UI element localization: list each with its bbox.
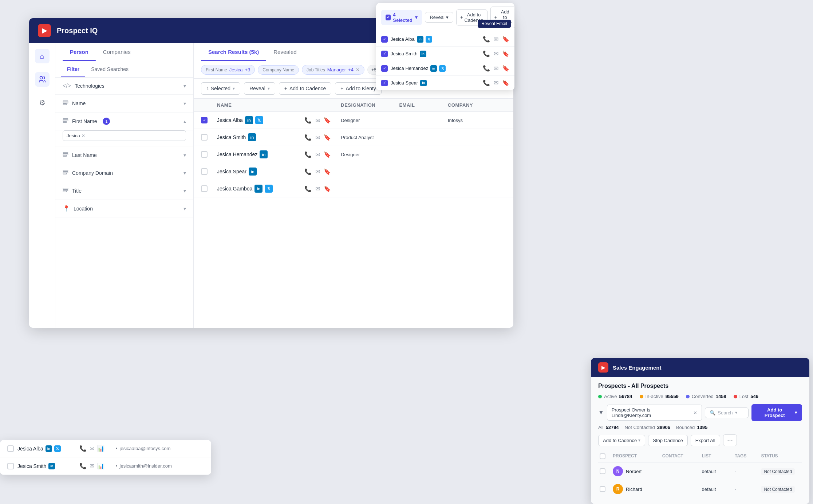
prospect-icon[interactable]: 📊 xyxy=(97,445,104,452)
fsp-row-name-2: Jesica Smith in xyxy=(391,51,480,57)
twitter-badge[interactable]: 𝕏 xyxy=(265,185,273,193)
linkedin-badge[interactable]: in xyxy=(420,80,427,86)
linkedin-badge[interactable]: in xyxy=(260,150,268,158)
phone-icon[interactable]: 📞 xyxy=(79,462,87,469)
save-icon[interactable]: 🔖 xyxy=(324,117,331,124)
phone-icon[interactable]: 📞 xyxy=(483,36,490,43)
row-checkbox-1[interactable] xyxy=(201,117,208,123)
row-checkbox-5[interactable] xyxy=(201,185,208,192)
linkedin-badge[interactable]: in xyxy=(249,168,257,176)
blp-checkbox-2[interactable] xyxy=(7,463,14,469)
email-icon[interactable]: ✉ xyxy=(494,50,498,57)
filter-location[interactable]: 📍 Location ▾ xyxy=(55,200,193,217)
email-icon[interactable]: ✉ xyxy=(494,65,498,72)
email-icon[interactable]: ✉ xyxy=(315,151,320,158)
fsp-checkbox-4[interactable] xyxy=(381,80,388,86)
sp-more-button[interactable]: ⋯ xyxy=(723,434,737,446)
email-icon[interactable]: ✉ xyxy=(315,117,320,124)
linkedin-badge[interactable]: in xyxy=(420,51,426,57)
sp-select-all-checkbox[interactable] xyxy=(600,453,605,459)
chip-first-name[interactable]: First Name Jesica +3 xyxy=(201,65,255,75)
twitter-badge[interactable]: 𝕏 xyxy=(439,65,446,72)
fsp-reveal-button[interactable]: Reveal ▾ xyxy=(425,12,453,23)
selected-dropdown[interactable]: 1 Selected ▾ xyxy=(201,82,240,95)
sp-add-cadence-button[interactable]: Add to Cadence ▾ xyxy=(598,435,645,446)
blp-checkbox-1[interactable] xyxy=(7,445,14,452)
filter-first-name[interactable]: First Name 1 ▴ xyxy=(55,113,193,130)
row-checkbox-4[interactable] xyxy=(201,168,208,175)
tab-companies[interactable]: Companies xyxy=(96,43,138,61)
filter-company-domain[interactable]: Company Domain ▾ xyxy=(55,164,193,182)
remove-tag-icon[interactable]: ✕ xyxy=(82,133,85,138)
add-to-cadence-button[interactable]: + Add to Cadence xyxy=(279,82,332,95)
sp-stop-cadence-button[interactable]: Stop Cadence xyxy=(648,435,687,446)
tab-revealed[interactable]: Revealed xyxy=(266,43,304,61)
filter-icon[interactable]: ▼ xyxy=(598,409,604,416)
phone-icon[interactable]: 📞 xyxy=(483,50,490,57)
linkedin-badge[interactable]: in xyxy=(245,116,253,124)
prospect-icon[interactable]: 📊 xyxy=(97,462,104,469)
sp-row-checkbox-1[interactable] xyxy=(600,468,605,474)
linkedin-badge[interactable]: in xyxy=(46,445,52,452)
filter-title[interactable]: Title ▾ xyxy=(55,182,193,200)
save-icon[interactable]: 🔖 xyxy=(502,50,509,57)
email-icon[interactable]: ✉ xyxy=(315,134,320,141)
save-icon[interactable]: 🔖 xyxy=(502,65,509,72)
phone-icon[interactable]: 📞 xyxy=(483,65,490,72)
phone-icon[interactable]: 📞 xyxy=(483,79,490,86)
sp-export-all-button[interactable]: Export All xyxy=(691,435,720,446)
save-icon[interactable]: 🔖 xyxy=(502,36,509,43)
filter-name[interactable]: Name ▾ xyxy=(55,95,193,113)
email-icon[interactable]: ✉ xyxy=(494,36,498,43)
sidebar-item-settings[interactable]: ⚙ xyxy=(35,95,50,110)
first-name-input[interactable]: Jesica ✕ xyxy=(63,130,186,141)
linkedin-badge[interactable]: in xyxy=(430,65,437,72)
save-icon[interactable]: 🔖 xyxy=(324,168,331,175)
linkedin-badge[interactable]: in xyxy=(48,463,55,469)
sp-search-input[interactable]: 🔍 Search ▾ xyxy=(705,407,749,418)
twitter-badge[interactable]: 𝕏 xyxy=(255,116,263,124)
twitter-badge[interactable]: 𝕏 xyxy=(426,36,432,43)
tab-search-results[interactable]: Search Results (5k) xyxy=(201,43,266,61)
email-icon[interactable]: ✉ xyxy=(494,79,498,86)
linkedin-badge[interactable]: in xyxy=(254,185,263,193)
fsp-checkbox-2[interactable] xyxy=(381,51,388,57)
sub-tab-filter[interactable]: Filter xyxy=(61,61,85,77)
add-to-klenty-button[interactable]: + Add to Klenty xyxy=(335,82,381,95)
add-to-prospect-button[interactable]: Add to Prospect ▾ xyxy=(751,404,802,421)
phone-icon[interactable]: 📞 xyxy=(304,151,312,158)
email-icon[interactable]: ✉ xyxy=(315,185,320,192)
phone-icon[interactable]: 📞 xyxy=(304,185,312,192)
linkedin-badge[interactable]: in xyxy=(248,133,256,141)
chip-company-name[interactable]: Company Name xyxy=(258,65,299,75)
filter-last-name[interactable]: Last Name ▾ xyxy=(55,146,193,164)
save-icon[interactable]: 🔖 xyxy=(502,79,509,86)
reveal-button[interactable]: Reveal ▾ xyxy=(244,82,275,95)
fsp-checkbox-3[interactable] xyxy=(381,65,388,72)
sp-row-checkbox-2[interactable] xyxy=(600,486,605,492)
phone-icon[interactable]: 📞 xyxy=(79,445,87,452)
chip-job-titles[interactable]: Job Titles Manager +4 ✕ xyxy=(302,65,364,75)
sidebar-item-users[interactable] xyxy=(35,72,50,87)
sidebar-item-home[interactable]: ⌂ xyxy=(35,49,50,63)
phone-icon[interactable]: 📞 xyxy=(304,168,312,175)
tab-person[interactable]: Person xyxy=(63,43,96,61)
fsp-checkbox-1[interactable] xyxy=(381,36,388,43)
save-icon[interactable]: 🔖 xyxy=(324,151,331,158)
linkedin-badge[interactable]: in xyxy=(417,36,423,43)
email-icon[interactable]: ✉ xyxy=(315,168,320,175)
twitter-badge[interactable]: 𝕏 xyxy=(54,445,61,452)
row-checkbox-2[interactable] xyxy=(201,134,208,141)
filter-technologies[interactable]: </> Technologies ▾ xyxy=(55,78,193,95)
fsp-select-all-checkbox[interactable] xyxy=(386,15,391,20)
sub-tab-saved-searches[interactable]: Saved Searches xyxy=(85,61,134,77)
close-owner-filter-icon[interactable]: ✕ xyxy=(693,410,697,416)
row-checkbox-3[interactable] xyxy=(201,151,208,158)
phone-icon[interactable]: 📞 xyxy=(304,117,312,124)
phone-icon[interactable]: 📞 xyxy=(304,134,312,141)
email-action-icon[interactable]: ✉ xyxy=(90,445,94,452)
remove-job-titles-icon[interactable]: ✕ xyxy=(356,67,360,72)
save-icon[interactable]: 🔖 xyxy=(324,185,331,192)
email-action-icon[interactable]: ✉ xyxy=(90,462,94,469)
save-icon[interactable]: 🔖 xyxy=(324,134,331,141)
